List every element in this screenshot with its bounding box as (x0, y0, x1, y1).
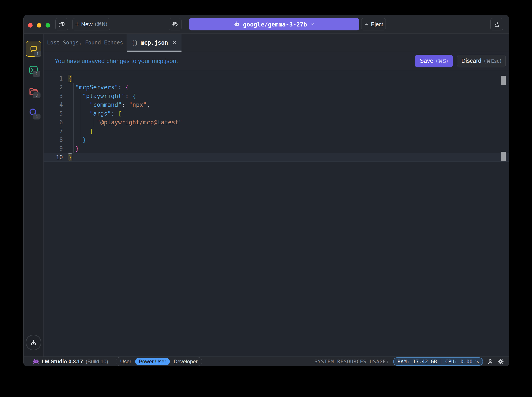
content-area: Lost Songs, Found Echoes {} mcp.json (44, 34, 509, 357)
status-bar-right: SYSTEM RESOURCES USAGE: RAM: 17.42 GB | … (314, 357, 504, 366)
traffic-lights (28, 23, 50, 28)
code-line[interactable]: 10} (44, 153, 509, 162)
line-number: 6 (44, 118, 68, 127)
sidebar-item-chat[interactable]: 1 (24, 38, 43, 59)
code-text: } (68, 153, 509, 162)
desktop-background: + New (⌘N) (0, 0, 532, 397)
sidebar-badge: 4 (33, 114, 40, 119)
tab-mcp-json[interactable]: {} mcp.json (127, 34, 182, 52)
indent-guide (73, 127, 74, 136)
resources-label: SYSTEM RESOURCES USAGE: (314, 359, 389, 364)
save-button[interactable]: Save (⌘S) (415, 55, 453, 67)
mode-developer[interactable]: Developer (170, 358, 201, 365)
indent-guide (73, 100, 74, 109)
sidebar-item-my-models[interactable]: 3 (24, 81, 43, 102)
tab-chat-label: Lost Songs, Found Echoes (47, 40, 123, 46)
indent-guide (73, 118, 74, 127)
downloads-button[interactable] (26, 335, 41, 350)
download-icon (29, 338, 38, 347)
code-text: "command": "npx", (68, 100, 509, 109)
sidebar-badge: 1 (34, 51, 41, 57)
robot-icon (233, 21, 240, 28)
indent-guide (73, 136, 74, 144)
chevron-down-icon (310, 22, 315, 27)
mode-power-user[interactable]: Power User (135, 358, 170, 365)
user-mode-switcher: User Power User Developer (116, 357, 202, 366)
discard-button-shortcut: (⌘Esc) (484, 58, 501, 64)
new-button-label: New (81, 21, 93, 28)
discard-button-label: Discard (461, 58, 482, 64)
model-name: google/gemma-3-27b (243, 21, 307, 28)
resources-usage-pill[interactable]: RAM: 17.42 GB | CPU: 0.00 % (393, 357, 483, 366)
experimental-features-button[interactable] (490, 18, 503, 31)
tab-chat[interactable]: Lost Songs, Found Echoes (44, 34, 127, 52)
sidebar-item-discover[interactable]: 4 (24, 102, 43, 123)
scrollbar-mark-bottom (501, 152, 506, 161)
cpu-usage: CPU: 0.00 % (445, 359, 479, 364)
minimize-window-button[interactable] (37, 23, 41, 28)
ram-usage: RAM: 17.42 GB (398, 359, 437, 364)
close-tab-button[interactable] (172, 40, 177, 45)
discard-button[interactable]: Discard (⌘Esc) (457, 55, 506, 67)
indent-guide (80, 92, 80, 100)
code-line[interactable]: 1{ (44, 74, 509, 83)
json-editor[interactable]: 1{2 "mcpServers": {3 "playwright": {4 "c… (44, 70, 509, 357)
code-line[interactable]: 5 "args": [ (44, 109, 509, 118)
code-line[interactable]: 3 "playwright": { (44, 92, 509, 100)
lm-studio-logo (33, 359, 39, 364)
new-chat-button[interactable]: + New (⌘N) (72, 18, 110, 31)
code-line[interactable]: 2 "mcpServers": { (44, 83, 509, 92)
plus-icon: + (75, 20, 79, 28)
gear-icon (172, 21, 178, 28)
code-line[interactable]: 8 } (44, 136, 509, 144)
code-line[interactable]: 7 ] (44, 127, 509, 136)
json-file-icon: {} (131, 40, 138, 46)
settings-button[interactable] (497, 358, 504, 365)
code-line[interactable]: 9 } (44, 144, 509, 153)
model-selector[interactable]: google/gemma-3-27b (189, 18, 359, 31)
indent-guide (80, 127, 80, 136)
chat-history-icon (58, 21, 65, 28)
save-button-label: Save (420, 58, 433, 64)
banner-actions: Save (⌘S) Discard (⌘Esc) (415, 55, 506, 67)
code-text: "mcpServers": { (68, 83, 509, 92)
model-settings-button[interactable] (169, 18, 182, 31)
code-lines: 1{2 "mcpServers": {3 "playwright": {4 "c… (44, 74, 509, 162)
indent-guide (73, 144, 74, 153)
line-number: 5 (44, 109, 68, 118)
chat-history-button[interactable] (55, 18, 68, 31)
indent-guide (80, 109, 80, 118)
window-body: 1 2 (24, 34, 509, 357)
code-line[interactable]: 4 "command": "npx", (44, 100, 509, 109)
app-name: LM Studio 0.3.17 (42, 359, 83, 365)
line-number: 9 (44, 144, 68, 153)
line-number: 7 (44, 127, 68, 136)
sidebar-badge: 3 (33, 92, 40, 98)
zoom-window-button[interactable] (45, 23, 50, 28)
eject-model-button[interactable]: Eject (361, 18, 386, 31)
title-bar: + New (⌘N) (24, 15, 509, 34)
indent-guide (80, 100, 80, 109)
sidebar-item-developer[interactable]: 2 (24, 59, 43, 81)
eject-button-label: Eject (371, 21, 383, 28)
code-text: { (68, 74, 509, 83)
app-build: (Build 10) (86, 359, 108, 365)
line-number: 2 (44, 83, 68, 92)
account-button[interactable] (487, 358, 494, 365)
line-number: 10 (44, 153, 68, 162)
line-number: 4 (44, 100, 68, 109)
indent-guide (73, 109, 74, 118)
code-text: "@playwright/mcp@latest" (68, 118, 509, 127)
code-text: } (68, 144, 509, 153)
mode-user[interactable]: User (117, 358, 135, 365)
close-window-button[interactable] (28, 23, 33, 28)
new-button-shortcut: (⌘N) (95, 21, 107, 27)
code-text: "playwright": { (68, 92, 509, 100)
indent-guide (80, 118, 80, 127)
code-line[interactable]: 6 "@playwright/mcp@latest" (44, 118, 509, 127)
status-bar: LM Studio 0.3.17 (Build 10) User Power U… (24, 357, 509, 366)
flask-icon (494, 21, 500, 28)
code-text: "args": [ (68, 109, 509, 118)
unsaved-changes-message: You have unsaved changes to your mcp.jso… (55, 58, 178, 65)
indent-guide (94, 118, 94, 127)
